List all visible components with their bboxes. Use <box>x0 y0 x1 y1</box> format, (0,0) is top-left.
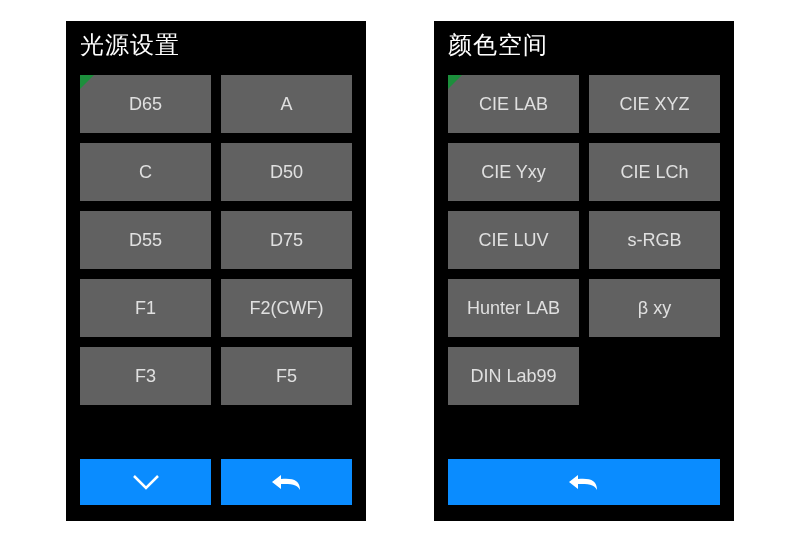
option-button[interactable]: D65 <box>80 75 211 133</box>
option-grid: D65 A C D50 D55 D75 F1 F2(CWF) F3 F5 <box>80 75 352 405</box>
option-button[interactable]: CIE LCh <box>589 143 720 201</box>
back-arrow-icon <box>566 471 602 493</box>
light-source-panel: 光源设置 D65 A C D50 D55 D75 F1 F2(CWF) F3 F… <box>66 21 366 521</box>
option-button[interactable]: D75 <box>221 211 352 269</box>
back-arrow-icon <box>269 471 305 493</box>
option-button[interactable]: DIN Lab99 <box>448 347 579 405</box>
more-button[interactable] <box>80 459 211 505</box>
panel-title: 颜色空间 <box>448 31 548 58</box>
option-button[interactable]: C <box>80 143 211 201</box>
option-button[interactable]: F3 <box>80 347 211 405</box>
option-button[interactable]: Hunter LAB <box>448 279 579 337</box>
option-button[interactable]: A <box>221 75 352 133</box>
panel-header: 颜色空间 <box>434 21 734 67</box>
option-button[interactable]: CIE LUV <box>448 211 579 269</box>
option-button[interactable]: CIE XYZ <box>589 75 720 133</box>
option-button[interactable]: CIE Yxy <box>448 143 579 201</box>
color-space-panel: 颜色空间 CIE LAB CIE XYZ CIE Yxy CIE LCh CIE… <box>434 21 734 521</box>
option-button[interactable]: s-RGB <box>589 211 720 269</box>
option-button[interactable]: D55 <box>80 211 211 269</box>
option-button[interactable]: F1 <box>80 279 211 337</box>
option-button[interactable]: CIE LAB <box>448 75 579 133</box>
panel-header: 光源设置 <box>66 21 366 67</box>
option-grid: CIE LAB CIE XYZ CIE Yxy CIE LCh CIE LUV … <box>448 75 720 405</box>
back-button[interactable] <box>221 459 352 505</box>
selected-corner-mark <box>448 75 462 89</box>
panel-body: CIE LAB CIE XYZ CIE Yxy CIE LCh CIE LUV … <box>434 67 734 459</box>
option-button[interactable]: F2(CWF) <box>221 279 352 337</box>
chevron-down-icon <box>130 472 162 492</box>
option-button[interactable]: D50 <box>221 143 352 201</box>
panel-body: D65 A C D50 D55 D75 F1 F2(CWF) F3 F5 <box>66 67 366 459</box>
selected-corner-mark <box>80 75 94 89</box>
panel-footer <box>66 459 366 521</box>
option-button[interactable]: F5 <box>221 347 352 405</box>
back-button[interactable] <box>448 459 720 505</box>
panel-footer <box>434 459 734 521</box>
panel-title: 光源设置 <box>80 31 180 58</box>
option-button[interactable]: β xy <box>589 279 720 337</box>
